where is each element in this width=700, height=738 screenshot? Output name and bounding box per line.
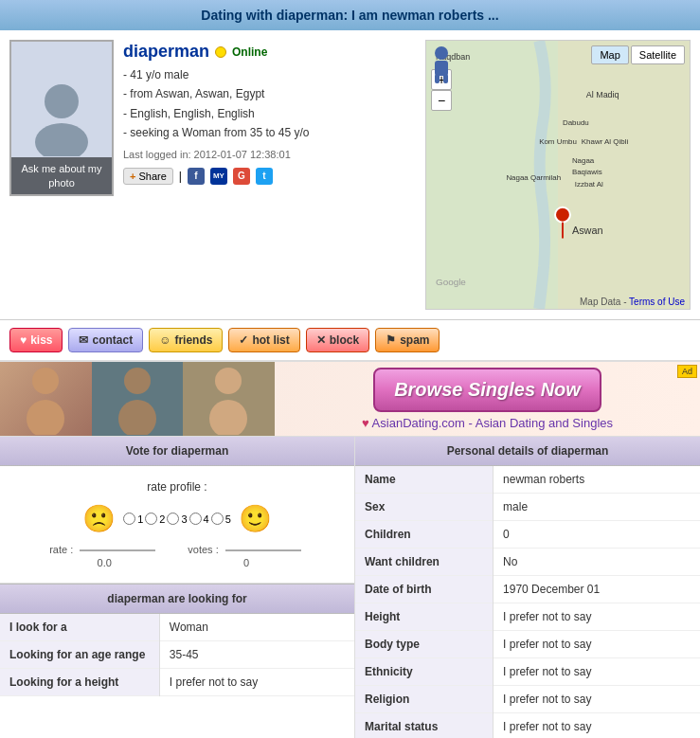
online-dot-icon bbox=[215, 46, 226, 58]
ad-cta-area: Browse Singles Now ♥ AsianDating.com - A… bbox=[275, 368, 700, 430]
share-bar: + Share | f MY G t bbox=[123, 168, 416, 185]
username-link[interactable]: diaperman bbox=[123, 42, 209, 62]
share-plus-icon: + bbox=[130, 171, 135, 182]
looking-section: diaperman are looking for I look for aWo… bbox=[0, 583, 354, 696]
looking-label: I look for a bbox=[0, 614, 159, 641]
zoom-out-button[interactable]: − bbox=[431, 90, 452, 111]
personal-label: Marital status bbox=[355, 713, 494, 739]
spam-label: spam bbox=[400, 333, 429, 347]
detail-age: - 41 y/o male bbox=[123, 65, 416, 84]
radio-5[interactable]: 5 bbox=[211, 513, 231, 525]
share-divider: | bbox=[179, 170, 182, 183]
personal-header: Personal details of diaperman bbox=[355, 437, 700, 466]
spam-icon: ⚑ bbox=[386, 333, 396, 347]
map-data-text: Map Data bbox=[580, 297, 620, 307]
emoji-row: 🙁 1 2 3 4 bbox=[9, 503, 345, 534]
myspace-icon[interactable]: MY bbox=[210, 168, 227, 185]
svg-point-23 bbox=[27, 400, 64, 435]
friends-label: friends bbox=[174, 333, 212, 347]
vote-header: Vote for diaperman bbox=[0, 437, 354, 466]
profile-details: - 41 y/o male - from Aswan, Aswan, Egypt… bbox=[123, 65, 416, 143]
block-button[interactable]: ✕ block bbox=[306, 328, 369, 352]
rate-label-text: rate : bbox=[49, 544, 159, 555]
looking-header: diaperman are looking for bbox=[0, 584, 354, 614]
personal-value: 1970 December 01 bbox=[494, 576, 700, 603]
ad-photo-3 bbox=[183, 361, 275, 437]
rate-label: rate profile : bbox=[9, 480, 345, 494]
votes-bar bbox=[225, 549, 301, 551]
svg-text:Aswan: Aswan bbox=[572, 225, 603, 236]
terms-of-use-link[interactable]: Terms of Use bbox=[629, 297, 685, 307]
spam-button[interactable]: ⚑ spam bbox=[375, 328, 440, 352]
personal-row: Body typeI prefer not to say bbox=[355, 631, 700, 658]
looking-value: Woman bbox=[159, 614, 354, 641]
google-icon[interactable]: G bbox=[233, 168, 250, 185]
hotlist-label: hot list bbox=[252, 333, 289, 347]
map-section: Map Satellite + − bbox=[425, 40, 691, 310]
personal-row: Marital statusI prefer not to say bbox=[355, 713, 700, 739]
share-label-text: Share bbox=[138, 171, 166, 182]
share-button[interactable]: + Share bbox=[123, 168, 173, 185]
rate-value: 0.0 bbox=[98, 557, 112, 568]
radio-2[interactable]: 2 bbox=[145, 513, 165, 525]
ad-subtext: ♥ AsianDating.com - Asian Dating and Sin… bbox=[362, 416, 613, 430]
personal-row: EthnicityI prefer not to say bbox=[355, 658, 700, 686]
votes-line: votes : 0 bbox=[188, 544, 304, 568]
rate-bar bbox=[80, 549, 155, 551]
looking-table: I look for aWomanLooking for an age rang… bbox=[0, 614, 354, 696]
personal-row: Namenewman roberts bbox=[355, 466, 700, 494]
personal-tbody: Namenewman robertsSexmaleChildren0Want c… bbox=[355, 466, 700, 738]
looking-value: 35-45 bbox=[159, 641, 354, 669]
personal-value: I prefer not to say bbox=[494, 631, 700, 658]
radio-1-label: 1 bbox=[137, 513, 143, 525]
svg-point-26 bbox=[215, 368, 242, 394]
personal-row: ReligionI prefer not to say bbox=[355, 686, 700, 713]
personal-row: Sexmale bbox=[355, 494, 700, 521]
radio-3[interactable]: 3 bbox=[167, 513, 187, 525]
browse-singles-button[interactable]: Browse Singles Now bbox=[373, 368, 601, 412]
personal-value: I prefer not to say bbox=[494, 686, 700, 713]
ad-site-name: AsianDating.com bbox=[372, 416, 465, 430]
personal-table: Namenewman robertsSexmaleChildren0Want c… bbox=[355, 466, 700, 738]
map-person-icon bbox=[431, 45, 452, 86]
friends-button[interactable]: ☺ friends bbox=[149, 328, 223, 352]
radio-4-label: 4 bbox=[204, 513, 209, 525]
hotlist-icon: ✓ bbox=[239, 333, 248, 347]
hotlist-button[interactable]: ✓ hot list bbox=[228, 328, 299, 352]
svg-point-1 bbox=[35, 123, 88, 156]
map-image: Aswan Al Madiq Dabudu Kom Umbu Khawr Al … bbox=[426, 41, 690, 309]
block-icon: ✕ bbox=[316, 333, 326, 347]
kiss-button[interactable]: ♥ kiss bbox=[9, 328, 63, 352]
ask-photo-label[interactable]: Ask me about my photo bbox=[11, 157, 112, 194]
personal-value: I prefer not to say bbox=[494, 658, 700, 686]
personal-label: Body type bbox=[355, 631, 494, 658]
rate-line: rate : 0.0 bbox=[49, 544, 159, 568]
votes-label-text: votes : bbox=[188, 544, 304, 555]
radio-2-label: 2 bbox=[159, 513, 165, 525]
svg-rect-3 bbox=[435, 61, 448, 76]
profile-photo: Ask me about my photo bbox=[9, 40, 114, 196]
contact-button[interactable]: ✉ contact bbox=[68, 328, 143, 352]
looking-value: I prefer not to say bbox=[159, 669, 354, 696]
personal-label: Sex bbox=[355, 494, 494, 521]
radio-4[interactable]: 4 bbox=[189, 513, 209, 525]
lower-section: Vote for diaperman rate profile : 🙁 1 2 bbox=[0, 437, 700, 738]
satellite-button[interactable]: Satellite bbox=[631, 45, 685, 64]
radio-1[interactable]: 1 bbox=[123, 513, 143, 525]
svg-point-2 bbox=[435, 46, 448, 60]
map-button[interactable]: Map bbox=[591, 45, 628, 64]
vote-section: Vote for diaperman rate profile : 🙁 1 2 bbox=[0, 437, 355, 738]
ad-badge: Ad bbox=[677, 365, 697, 378]
svg-rect-4 bbox=[435, 74, 440, 83]
personal-row: Want childrenNo bbox=[355, 549, 700, 576]
block-label: block bbox=[330, 333, 359, 347]
heart-icon: ♥ bbox=[362, 416, 369, 430]
facebook-icon[interactable]: f bbox=[188, 168, 205, 185]
svg-point-27 bbox=[209, 400, 247, 435]
svg-point-22 bbox=[32, 368, 59, 394]
looking-label: Looking for an age range bbox=[0, 641, 159, 669]
twitter-icon[interactable]: t bbox=[256, 168, 273, 185]
votes-value: 0 bbox=[243, 557, 249, 568]
personal-section: Personal details of diaperman Namenewman… bbox=[355, 437, 700, 738]
header-title: Dating with diaperman: I am newman rober… bbox=[201, 8, 498, 23]
